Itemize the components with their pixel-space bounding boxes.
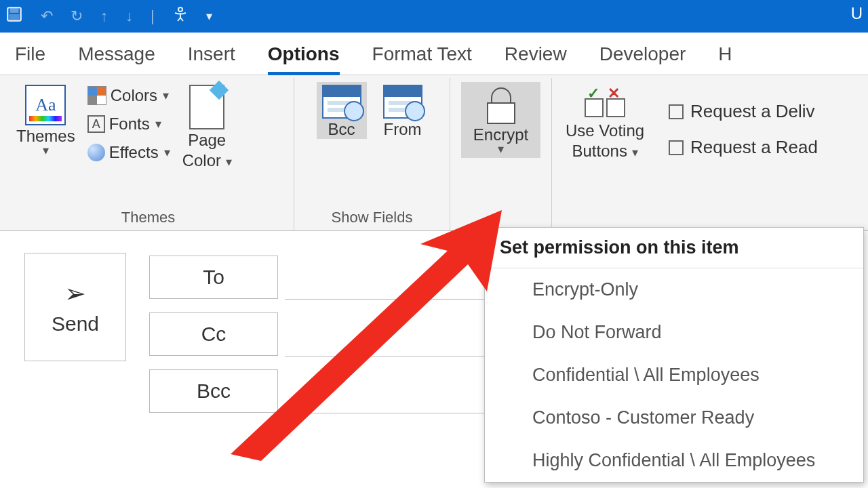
cc-label: Cc xyxy=(201,323,226,346)
lock-icon xyxy=(484,85,518,124)
fonts-icon: A xyxy=(87,115,105,133)
tab-options[interactable]: Options xyxy=(268,39,340,75)
chevron-down-icon: ▾ xyxy=(632,146,638,159)
page-color-icon xyxy=(189,85,224,129)
themes-button[interactable]: Aa Themes ▾ xyxy=(11,82,81,154)
dropdown-item-encrypt-only[interactable]: Encrypt-Only xyxy=(485,268,863,311)
from-label: From xyxy=(384,120,422,139)
tab-review[interactable]: Review xyxy=(505,39,567,75)
ribbon-tabs: File Message Insert Options Format Text … xyxy=(0,33,868,75)
themes-icon: Aa xyxy=(25,85,66,125)
group-show-fields: Bcc From Show Fields xyxy=(294,78,450,230)
colors-icon xyxy=(87,86,106,105)
bcc-button[interactable]: Bcc xyxy=(317,82,367,139)
arrow-down-icon[interactable]: ↓ xyxy=(125,7,133,25)
send-button[interactable]: ➢ Send xyxy=(24,253,126,361)
redo-icon[interactable]: ↻ xyxy=(71,7,83,25)
effects-label: Effects xyxy=(109,143,159,162)
dropdown-item-do-not-forward[interactable]: Do Not Forward xyxy=(485,311,863,354)
colors-button[interactable]: Colors ▾ xyxy=(87,85,170,106)
checkbox-icon xyxy=(669,140,684,155)
group-encrypt: Encrypt ▾ xyxy=(450,78,552,230)
arrow-up-icon[interactable]: ↑ xyxy=(100,7,108,25)
to-label: To xyxy=(203,266,224,289)
fonts-label: Fonts xyxy=(109,115,150,134)
group-themes-label: Themes xyxy=(11,206,285,230)
dropdown-item-highly-confidential[interactable]: Highly Confidential \ All Employees xyxy=(485,439,863,482)
colors-label: Colors xyxy=(111,86,157,105)
voting-label1: Use Voting xyxy=(566,121,644,140)
page-color-label2: Color xyxy=(182,151,221,169)
group-tracking: ✓✕ Use Voting Buttons ▾ Request a Deliv … xyxy=(552,78,865,230)
tab-developer[interactable]: Developer xyxy=(599,39,686,75)
title-right-text: U xyxy=(851,4,863,23)
encrypt-button[interactable]: Encrypt ▾ xyxy=(461,82,540,158)
svg-rect-1 xyxy=(11,7,18,12)
group-show-fields-label: Show Fields xyxy=(302,206,441,230)
from-icon xyxy=(383,85,422,119)
page-color-button[interactable]: Page Color ▾ xyxy=(177,82,237,170)
svg-rect-2 xyxy=(10,15,19,21)
title-bar: ↶ ↻ ↑ ↓ | ▾ U xyxy=(0,0,868,33)
checkbox-icon xyxy=(669,104,684,119)
voting-label2: Buttons xyxy=(572,142,627,160)
qat-customize-icon[interactable]: ▾ xyxy=(206,13,212,20)
use-voting-buttons-button[interactable]: ✓✕ Use Voting Buttons ▾ xyxy=(560,82,650,161)
bcc-icon xyxy=(322,85,361,119)
tab-message[interactable]: Message xyxy=(78,39,155,75)
chevron-down-icon: ▾ xyxy=(498,146,504,152)
dropdown-item-confidential-all-employees[interactable]: Confidential \ All Employees xyxy=(485,354,863,396)
bcc-field-button[interactable]: Bcc xyxy=(149,369,278,413)
page-color-label1: Page xyxy=(188,131,226,150)
request-delivery-receipt-checkbox[interactable]: Request a Deliv xyxy=(669,101,818,122)
accessibility-icon[interactable] xyxy=(172,6,189,26)
tab-file[interactable]: File xyxy=(15,39,45,75)
chevron-down-icon: ▾ xyxy=(155,121,161,127)
bcc-label: Bcc xyxy=(197,380,231,403)
quick-access-toolbar: ↶ ↻ ↑ ↓ | ▾ xyxy=(5,5,212,27)
effects-icon xyxy=(87,144,105,161)
tab-help[interactable]: H xyxy=(718,39,732,75)
effects-button[interactable]: Effects ▾ xyxy=(87,142,170,163)
save-icon[interactable] xyxy=(5,5,23,27)
themes-label: Themes xyxy=(16,127,75,146)
tab-insert[interactable]: Insert xyxy=(188,39,235,75)
dropdown-header: Set permission on this item xyxy=(485,228,863,268)
undo-icon[interactable]: ↶ xyxy=(41,7,53,25)
ribbon: Aa Themes ▾ Colors ▾ A Fonts ▾ Effects xyxy=(0,75,868,231)
chevron-down-icon: ▾ xyxy=(43,147,49,154)
read-label: Request a Read xyxy=(690,137,818,157)
bcc-label: Bcc xyxy=(328,120,355,139)
tab-format-text[interactable]: Format Text xyxy=(372,39,472,75)
send-label: Send xyxy=(52,312,99,336)
fonts-button[interactable]: A Fonts ▾ xyxy=(87,113,170,135)
request-read-receipt-checkbox[interactable]: Request a Read xyxy=(669,137,818,158)
voting-icon: ✓✕ xyxy=(583,85,627,120)
chevron-down-icon: ▾ xyxy=(226,155,232,169)
group-themes: Aa Themes ▾ Colors ▾ A Fonts ▾ Effects xyxy=(3,78,294,230)
delivery-label: Request a Deliv xyxy=(690,101,815,121)
send-icon: ➢ xyxy=(64,281,86,306)
to-field-button[interactable]: To xyxy=(149,256,278,299)
dropdown-item-contoso-customer-ready[interactable]: Contoso - Customer Ready xyxy=(485,396,863,439)
chevron-down-icon: ▾ xyxy=(163,92,169,99)
svg-point-3 xyxy=(178,7,182,12)
chevron-down-icon: ▾ xyxy=(164,149,170,156)
cc-field-button[interactable]: Cc xyxy=(149,312,278,356)
encrypt-label: Encrypt xyxy=(473,125,528,144)
from-button[interactable]: From xyxy=(378,82,428,139)
encrypt-dropdown-menu: Set permission on this item Encrypt-Only… xyxy=(484,227,864,483)
